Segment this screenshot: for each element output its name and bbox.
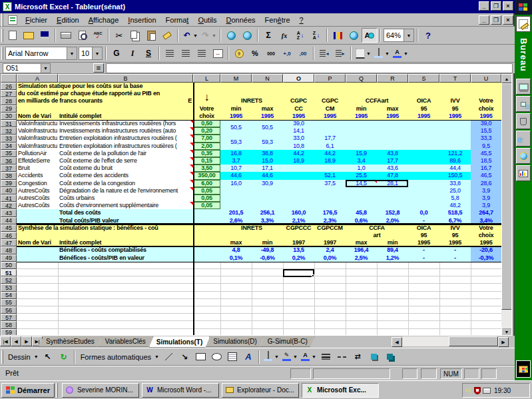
cell-U46[interactable]: choix bbox=[471, 232, 501, 239]
row-header-34[interactable]: 34 bbox=[1, 143, 17, 150]
row-header-27[interactable]: 27 bbox=[1, 90, 17, 97]
cell-B48[interactable]: Bénéfices - coûts comptabilisés bbox=[58, 246, 193, 254]
col-header-L[interactable]: L bbox=[193, 74, 220, 83]
col-header-N[interactable]: N bbox=[252, 74, 283, 83]
cell-T28[interactable]: IVV bbox=[439, 97, 471, 105]
undo-dropdown-icon[interactable]: ▼ bbox=[192, 29, 198, 42]
vscroll-up-button[interactable]: ▲ bbox=[501, 74, 512, 83]
col-header-S[interactable]: S bbox=[408, 74, 439, 83]
cell-U28[interactable]: Votre bbox=[471, 97, 501, 105]
fill-handle[interactable] bbox=[312, 274, 314, 277]
cell-N49[interactable]: -0,6% bbox=[252, 254, 283, 262]
autoshapes-menu-dropdown-icon[interactable]: ▼ bbox=[154, 350, 160, 364]
redo-button[interactable]: ▼ bbox=[199, 28, 218, 43]
fill-color-dropdown-icon[interactable]: ▼ bbox=[384, 47, 390, 60]
bold-button[interactable] bbox=[109, 46, 125, 61]
cell-S29[interactable]: 95 bbox=[408, 105, 439, 113]
cell-A45[interactable]: Synthèse de la simulation statique : bén… bbox=[17, 224, 193, 232]
cell-Q43[interactable]: 45,8 bbox=[346, 209, 377, 216]
cell-T48[interactable]: - bbox=[439, 246, 471, 254]
cell-R43[interactable]: 152,8 bbox=[377, 209, 408, 216]
cell-T49[interactable]: - bbox=[439, 254, 471, 262]
cell-N48[interactable]: -49,8 bbox=[252, 246, 283, 254]
col-header-Q[interactable]: Q bbox=[346, 74, 377, 83]
cell-R48[interactable]: 89,4 bbox=[377, 246, 408, 254]
col-header-B[interactable]: B bbox=[58, 74, 193, 83]
row-header-30[interactable]: 30 bbox=[1, 113, 17, 120]
cell-A31[interactable]: ValoInfrastructu bbox=[17, 120, 58, 127]
cell-U36[interactable]: 18,5 bbox=[471, 157, 501, 165]
cell-U49[interactable]: -0,3% bbox=[471, 254, 501, 262]
cell-S49[interactable]: - bbox=[408, 254, 439, 262]
cell-S28[interactable]: OICA bbox=[408, 97, 439, 105]
row-header-50[interactable]: 50 bbox=[1, 262, 17, 269]
cell-N30[interactable]: 1995 bbox=[252, 113, 283, 120]
font-size-button[interactable]: 10▼ bbox=[78, 46, 103, 61]
col-header-P[interactable]: P bbox=[314, 74, 346, 83]
italic-button[interactable] bbox=[125, 46, 140, 61]
hscroll-track[interactable] bbox=[402, 336, 449, 346]
cell-L39[interactable]: 6,00 bbox=[193, 180, 220, 187]
borders-button[interactable]: ▼ bbox=[354, 46, 372, 61]
cell-O33[interactable]: 33,0 bbox=[283, 135, 314, 142]
workbook-icon[interactable] bbox=[8, 15, 17, 25]
cell-P35[interactable]: 44,2 bbox=[314, 150, 346, 157]
col-header-U[interactable]: U bbox=[471, 74, 501, 83]
spelling-button[interactable] bbox=[90, 28, 106, 43]
cell-P28[interactable]: CGPC bbox=[314, 97, 346, 105]
tab-simulationsd[interactable]: Simulations(D) bbox=[206, 336, 264, 347]
cell-U39[interactable]: 28,6 bbox=[471, 180, 501, 187]
cell-M45[interactable]: INRETS bbox=[220, 224, 283, 232]
dessin-menu-dropdown-icon[interactable]: ▼ bbox=[33, 350, 39, 364]
cell-Q35[interactable]: 15,9 bbox=[346, 150, 377, 157]
cell-P38[interactable]: 52,1 bbox=[314, 172, 346, 179]
chart-wizard-button[interactable] bbox=[330, 28, 346, 43]
equals-button[interactable]: = bbox=[93, 63, 104, 73]
format-painter-button[interactable] bbox=[159, 28, 175, 43]
cell-M35[interactable]: 16,8 bbox=[220, 150, 252, 157]
office-network-button[interactable] bbox=[516, 96, 531, 112]
row-header-38[interactable]: 38 bbox=[1, 172, 17, 179]
cell-A30[interactable]: Nom de Vari bbox=[17, 113, 58, 120]
font-color-button[interactable]: A▼ bbox=[391, 46, 409, 61]
menu-edition[interactable]: Edition bbox=[52, 15, 84, 25]
cell-O35[interactable]: 44,2 bbox=[283, 150, 314, 157]
cell-B34[interactable]: Entretien exploitation infrastructures r… bbox=[58, 143, 193, 150]
cell-M30[interactable]: 1995 bbox=[220, 113, 252, 120]
oval-button[interactable] bbox=[208, 350, 224, 364]
font-name-combo[interactable]: Arial Narrow▼ bbox=[5, 47, 77, 60]
cell-B49[interactable]: Bénéfices - coûts/PIB en valeur bbox=[58, 254, 193, 262]
cell-L40[interactable]: 0,05 bbox=[193, 187, 220, 195]
row-header-56[interactable]: 56 bbox=[1, 306, 17, 314]
undo-button[interactable]: ▼ bbox=[180, 28, 199, 43]
font-name-dropdown-icon[interactable]: ▼ bbox=[67, 47, 77, 59]
row-header-31[interactable]: 31 bbox=[1, 120, 17, 127]
cell-U43[interactable]: 264,7 bbox=[471, 209, 501, 216]
decrease-indent-button[interactable] bbox=[316, 46, 332, 61]
line-color-button[interactable]: ✎▼ bbox=[280, 350, 299, 364]
decrease-decimal-button[interactable] bbox=[295, 46, 311, 61]
cell-A33[interactable]: ValoInfrastructu bbox=[17, 135, 58, 142]
align-right-button[interactable] bbox=[194, 46, 210, 61]
cell-L34[interactable]: 2,00 bbox=[193, 143, 220, 150]
paste-button[interactable] bbox=[143, 28, 159, 43]
cell-L37[interactable]: 3,50 bbox=[193, 165, 220, 172]
cell-L41[interactable]: 0,05 bbox=[193, 195, 220, 202]
line-style-button[interactable] bbox=[318, 350, 334, 364]
cell-T35[interactable]: 121,2 bbox=[439, 150, 471, 157]
cell-S48[interactable]: - bbox=[408, 246, 439, 254]
cell-O32[interactable]: 14,1 bbox=[283, 127, 314, 135]
cell-T40[interactable]: 25,0 bbox=[439, 187, 471, 195]
font-name-button[interactable]: Arial Narrow▼ bbox=[5, 46, 78, 61]
close-button[interactable]: × bbox=[503, 1, 513, 11]
row-header-51[interactable]: 51 bbox=[1, 269, 17, 276]
cell-M29[interactable]: min bbox=[220, 105, 252, 113]
row-header-44[interactable]: 44 bbox=[1, 217, 17, 224]
row-header-42[interactable]: 42 bbox=[1, 202, 17, 209]
print-button[interactable] bbox=[58, 28, 74, 43]
font-size-combo[interactable]: 10▼ bbox=[79, 47, 103, 60]
cell-T38[interactable]: 150,5 bbox=[439, 172, 471, 179]
cell-O45[interactable]: CGPCCC bbox=[283, 224, 314, 232]
save-button[interactable] bbox=[37, 28, 53, 43]
cell-B30[interactable]: Intitulé complet bbox=[58, 113, 193, 120]
